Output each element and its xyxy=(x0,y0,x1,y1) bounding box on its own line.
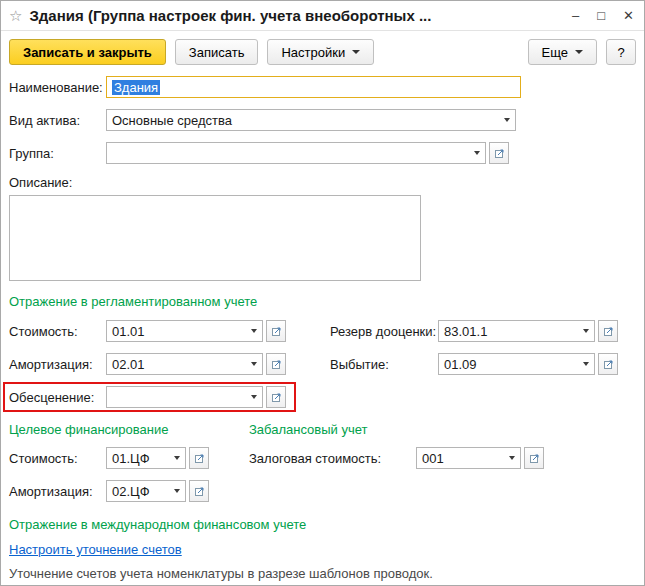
revaluation-reserve-value: 83.01.1 xyxy=(439,324,577,339)
section-header-off-balance: Забалансовый учет xyxy=(249,422,367,437)
impairment-combobox[interactable] xyxy=(106,386,263,408)
asset-type-row: Вид актива: Основные средства xyxy=(9,109,636,131)
help-label: ? xyxy=(617,45,624,60)
section-header-regulated: Отражение в регламентированном учете xyxy=(9,294,636,309)
dropdown-icon xyxy=(174,489,180,493)
window-titlebar: ☆ Здания (Группа настроек фин. учета вне… xyxy=(1,1,644,31)
toolbar: Записать и закрыть Записать Настройки Ещ… xyxy=(1,31,644,72)
more-button[interactable]: Еще xyxy=(528,39,597,65)
dropdown-button[interactable] xyxy=(498,110,515,130)
description-label: Описание: xyxy=(9,175,636,190)
open-icon xyxy=(529,453,540,464)
cost-combobox[interactable]: 01.01 xyxy=(106,320,263,342)
selected-text: Здания xyxy=(112,80,160,95)
tf-cost-value: 01.ЦФ xyxy=(107,451,168,466)
section-header-target-financing: Целевое финансирование xyxy=(9,422,249,437)
dropdown-icon xyxy=(251,362,257,366)
dropdown-button[interactable] xyxy=(468,143,485,163)
form-body: Наименование: Здания Вид актива: Основны… xyxy=(1,72,644,581)
pledge-cost-combobox[interactable]: 001 xyxy=(416,447,521,469)
dropdown-button[interactable] xyxy=(168,481,185,501)
open-icon xyxy=(494,148,505,159)
revaluation-reserve-label: Резерв дооценки: xyxy=(330,324,438,339)
help-button[interactable]: ? xyxy=(606,39,636,65)
depreciation-row: Амортизация: 02.01 Выбытие: 01.09 xyxy=(9,353,636,375)
tf-depreciation-combobox[interactable]: 02.ЦФ xyxy=(106,480,186,502)
tf-cost-row: Стоимость: 01.ЦФ Залоговая стоимость: 00… xyxy=(9,447,636,469)
revaluation-reserve-combobox[interactable]: 83.01.1 xyxy=(438,320,595,342)
tf-cost-combobox[interactable]: 01.ЦФ xyxy=(106,447,186,469)
caret-down-icon xyxy=(575,50,583,54)
tf-depreciation-row: Амортизация: 02.ЦФ xyxy=(9,480,636,502)
open-icon xyxy=(271,392,282,403)
dropdown-button[interactable] xyxy=(168,448,185,468)
section-header-international: Отражение в международном финансовом уче… xyxy=(9,517,636,532)
open-button[interactable] xyxy=(189,447,209,469)
close-button[interactable]: ✕ xyxy=(623,9,634,22)
save-button[interactable]: Записать xyxy=(175,39,259,65)
open-button[interactable] xyxy=(524,447,544,469)
impairment-label: Обесценение: xyxy=(9,390,106,405)
pledge-cost-label: Залоговая стоимость: xyxy=(249,451,416,466)
name-row: Наименование: Здания xyxy=(9,76,636,98)
open-icon xyxy=(271,359,282,370)
settings-label: Настройки xyxy=(281,45,345,60)
dropdown-button[interactable] xyxy=(245,321,262,341)
dropdown-button[interactable] xyxy=(503,448,520,468)
tf-cost-label: Стоимость: xyxy=(9,451,106,466)
more-label: Еще xyxy=(542,45,568,60)
tf-depreciation-label: Амортизация: xyxy=(9,484,106,499)
open-button[interactable] xyxy=(598,353,618,375)
description-textarea[interactable] xyxy=(9,195,421,281)
subsection-headers: Целевое финансирование Забалансовый учет xyxy=(9,422,636,437)
dropdown-button[interactable] xyxy=(245,354,262,374)
dropdown-icon xyxy=(583,362,589,366)
dropdown-icon xyxy=(474,151,480,155)
impairment-group: Обесценение: xyxy=(9,386,286,408)
cost-value: 01.01 xyxy=(107,324,245,339)
configure-accounts-link[interactable]: Настроить уточнение счетов xyxy=(9,542,182,557)
dropdown-icon xyxy=(251,395,257,399)
open-button[interactable] xyxy=(266,320,286,342)
open-button[interactable] xyxy=(266,386,286,408)
window-controls: – □ ✕ xyxy=(572,9,634,22)
save-and-close-button[interactable]: Записать и закрыть xyxy=(9,39,166,65)
dropdown-button[interactable] xyxy=(245,387,262,407)
asset-type-combobox[interactable]: Основные средства xyxy=(106,109,516,131)
depreciation-combobox[interactable]: 02.01 xyxy=(106,353,263,375)
tf-depreciation-value: 02.ЦФ xyxy=(107,484,168,499)
pledge-cost-value: 001 xyxy=(417,451,503,466)
dropdown-button[interactable] xyxy=(577,354,594,374)
minimize-button[interactable]: – xyxy=(572,9,579,22)
impairment-row: Обесценение: xyxy=(9,386,636,408)
open-icon xyxy=(194,486,205,497)
dropdown-icon xyxy=(583,329,589,333)
maximize-button[interactable]: □ xyxy=(597,9,605,22)
depreciation-label: Амортизация: xyxy=(9,357,106,372)
group-label: Группа: xyxy=(9,146,106,161)
dropdown-icon xyxy=(504,118,510,122)
group-combobox[interactable] xyxy=(106,142,486,164)
save-and-close-label: Записать и закрыть xyxy=(23,45,152,60)
open-icon xyxy=(194,453,205,464)
footnote-text: Уточнение счетов учета номенклатуры в ра… xyxy=(9,566,636,581)
open-button[interactable] xyxy=(598,320,618,342)
caret-down-icon xyxy=(352,50,360,54)
group-row: Группа: xyxy=(9,142,636,164)
name-input[interactable]: Здания xyxy=(106,76,521,98)
asset-type-value: Основные средства xyxy=(107,113,498,128)
open-button[interactable] xyxy=(189,480,209,502)
favorite-star-icon[interactable]: ☆ xyxy=(9,7,22,25)
open-icon xyxy=(271,326,282,337)
disposal-combobox[interactable]: 01.09 xyxy=(438,353,595,375)
open-button[interactable] xyxy=(266,353,286,375)
dropdown-button[interactable] xyxy=(577,321,594,341)
open-button[interactable] xyxy=(489,142,509,164)
window-title: Здания (Группа настроек фин. учета внеоб… xyxy=(29,7,560,24)
save-label: Записать xyxy=(189,45,245,60)
name-label: Наименование: xyxy=(9,80,106,95)
settings-button[interactable]: Настройки xyxy=(267,39,374,65)
disposal-value: 01.09 xyxy=(439,357,577,372)
cost-label: Стоимость: xyxy=(9,324,106,339)
dropdown-icon xyxy=(509,456,515,460)
